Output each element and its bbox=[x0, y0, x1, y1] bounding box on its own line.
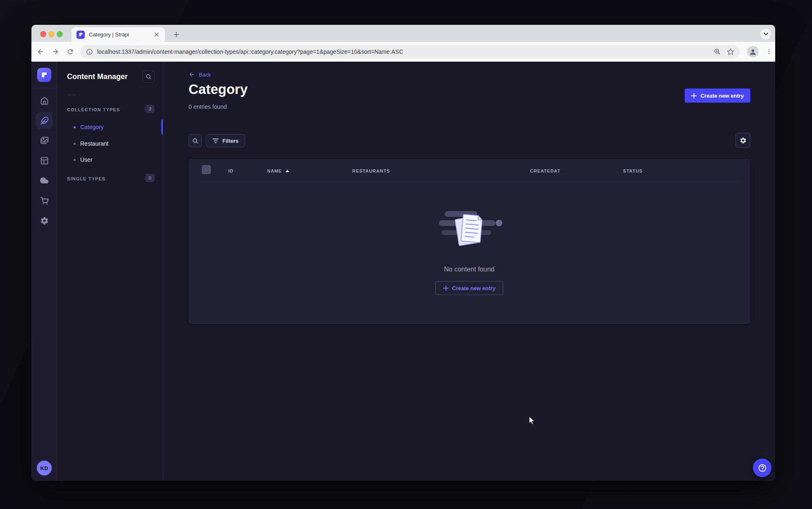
question-mark-icon bbox=[758, 463, 767, 473]
sidebar-item-label: User bbox=[80, 156, 93, 163]
back-arrow-icon bbox=[189, 71, 195, 78]
user-initials: KD bbox=[41, 465, 48, 471]
sidebar-item-label: Restaurant bbox=[80, 140, 108, 147]
back-link[interactable]: Back bbox=[189, 71, 211, 78]
browser-window: Category | Strapi localhost:1337/admin/c… bbox=[31, 25, 775, 481]
content-manager-subnav: Content Manager COLLECTION TYPES 3 Categ… bbox=[57, 62, 163, 481]
new-tab-button[interactable] bbox=[170, 29, 182, 40]
minimize-window-button[interactable] bbox=[48, 31, 55, 37]
empty-state-message: No content found bbox=[444, 266, 494, 273]
main-panel: Back Category 0 entries found Create new… bbox=[164, 62, 775, 481]
subnav-title: Content Manager bbox=[67, 72, 128, 81]
bullet-icon bbox=[74, 126, 76, 128]
reload-icon[interactable] bbox=[65, 47, 75, 57]
window-controls bbox=[40, 31, 63, 37]
sidebar-item-user[interactable]: User bbox=[57, 152, 163, 167]
entries-count: 0 entries found bbox=[189, 103, 227, 110]
maximize-window-button[interactable] bbox=[57, 31, 63, 37]
column-header-restaurants[interactable]: RESTAURANTS bbox=[352, 168, 390, 173]
bullet-icon bbox=[74, 143, 76, 145]
subnav-divider bbox=[67, 95, 76, 95]
bullet-icon bbox=[74, 159, 76, 161]
home-icon[interactable] bbox=[36, 92, 53, 109]
column-header-id[interactable]: ID bbox=[228, 168, 234, 173]
no-content-illustration-icon bbox=[436, 210, 503, 252]
column-header-name[interactable]: NAME bbox=[267, 168, 289, 173]
forward-arrow-icon[interactable] bbox=[50, 47, 60, 57]
plus-icon bbox=[691, 93, 697, 98]
filters-button[interactable]: Filters bbox=[206, 134, 245, 147]
cloud-icon[interactable] bbox=[36, 172, 53, 189]
table-settings-button[interactable] bbox=[736, 133, 750, 148]
filters-label: Filters bbox=[222, 138, 239, 144]
plus-icon bbox=[443, 286, 449, 291]
help-button[interactable] bbox=[753, 459, 771, 477]
close-window-button[interactable] bbox=[40, 31, 46, 37]
entries-table: ID NAME RESTAURANTS CREATEDAT STATUS bbox=[189, 159, 750, 324]
settings-icon[interactable] bbox=[36, 212, 53, 229]
back-label: Back bbox=[199, 72, 211, 78]
tab-search-chevron-icon[interactable] bbox=[760, 29, 771, 39]
create-new-entry-label: Create new entry bbox=[700, 93, 744, 99]
sidebar-item-restaurant[interactable]: Restaurant bbox=[57, 136, 163, 151]
tab-close-icon[interactable] bbox=[153, 31, 160, 38]
tab-title: Category | Strapi bbox=[89, 31, 153, 38]
zoom-in-icon[interactable] bbox=[714, 48, 721, 55]
content-manager-icon[interactable] bbox=[36, 112, 53, 129]
page-title: Category bbox=[189, 82, 248, 97]
browser-tab-strip: Category | Strapi bbox=[31, 25, 775, 42]
column-header-createdat[interactable]: CREATEDAT bbox=[530, 168, 560, 173]
empty-create-entry-label: Create new entry bbox=[452, 285, 496, 291]
bookmark-star-icon[interactable] bbox=[727, 48, 734, 55]
table-header-divider bbox=[198, 182, 740, 182]
rail-divider bbox=[31, 88, 57, 88]
main-nav-rail: KD bbox=[31, 62, 57, 481]
browser-profile-icon[interactable] bbox=[747, 46, 759, 58]
active-item-indicator bbox=[161, 120, 163, 134]
overflow-menu-icon[interactable] bbox=[764, 47, 774, 57]
select-all-checkbox[interactable] bbox=[202, 165, 211, 174]
sort-ascending-icon bbox=[285, 170, 289, 172]
subnav-search-button[interactable] bbox=[142, 70, 155, 83]
sidebar-item-category[interactable]: Category bbox=[57, 120, 163, 134]
gear-icon bbox=[740, 137, 747, 144]
create-new-entry-button[interactable]: Create new entry bbox=[685, 89, 750, 103]
back-arrow-icon[interactable] bbox=[36, 47, 45, 57]
strapi-favicon-icon bbox=[76, 31, 85, 39]
column-header-status[interactable]: STATUS bbox=[623, 168, 642, 173]
browser-tab[interactable]: Category | Strapi bbox=[72, 27, 165, 42]
search-icon bbox=[192, 138, 198, 144]
empty-state: No content found Create new entry bbox=[189, 210, 750, 295]
media-library-icon[interactable] bbox=[36, 132, 53, 149]
single-types-label: SINGLE TYPES bbox=[67, 176, 105, 181]
strapi-logo-icon[interactable] bbox=[37, 68, 51, 82]
desktop: { "browser": { "tab_title": "Category | … bbox=[0, 0, 812, 509]
url-text[interactable]: localhost:1337/admin/content-manager/col… bbox=[97, 48, 714, 55]
info-icon[interactable] bbox=[86, 48, 93, 55]
collection-types-badge: 3 bbox=[145, 105, 155, 113]
sidebar-item-label: Category bbox=[80, 124, 104, 130]
table-search-button[interactable] bbox=[189, 134, 202, 147]
collection-types-label: COLLECTION TYPES bbox=[67, 107, 120, 112]
user-avatar[interactable]: KD bbox=[37, 461, 52, 475]
content-type-builder-icon[interactable] bbox=[36, 152, 53, 169]
url-bar[interactable]: localhost:1337/admin/content-manager/col… bbox=[80, 45, 740, 58]
filter-icon bbox=[213, 138, 219, 144]
browser-toolbar: localhost:1337/admin/content-manager/col… bbox=[31, 42, 775, 62]
single-types-badge: 0 bbox=[145, 174, 155, 182]
strapi-app: KD Content Manager COLLECTION TYPES 3 Ca… bbox=[31, 62, 775, 481]
empty-create-entry-button[interactable]: Create new entry bbox=[435, 281, 504, 295]
marketplace-icon[interactable] bbox=[36, 192, 53, 209]
